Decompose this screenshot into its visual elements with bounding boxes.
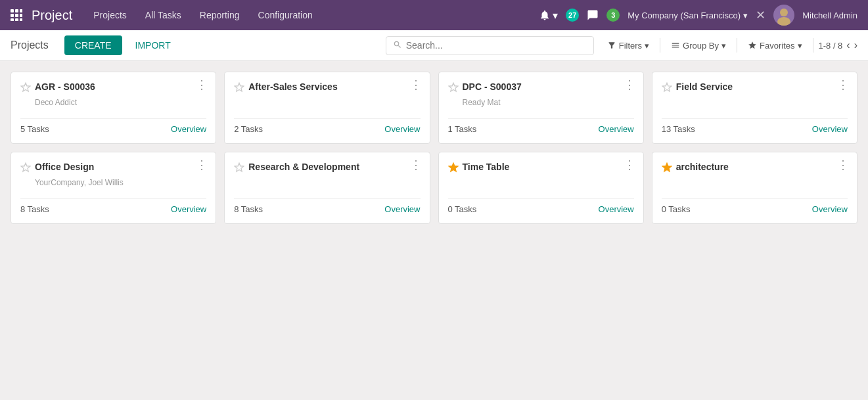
page-title: Projects [11,39,49,51]
search-input[interactable] [406,40,587,51]
notifications-button[interactable]: ▾ [539,9,558,22]
card-footer: 2 Tasks Overview [234,118,420,134]
project-card-architecture[interactable]: architecture ⋮ 0 Tasks Overview [652,152,857,224]
card-subtitle: Ready Mat [463,98,634,113]
task-count: 8 Tasks [234,204,263,214]
project-card-after-sales[interactable]: After-Sales Services ⋮ 2 Tasks Overview [224,72,430,144]
nav-right-controls: ▾ 27 3 My Company (San Francisco) ▾ ✕ Mi… [539,5,857,26]
nav-projects[interactable]: Projects [93,10,127,20]
task-count: 0 Tasks [662,204,691,214]
nav-links: Projects All Tasks Reporting Configurati… [93,10,539,20]
star-icon[interactable] [662,162,672,175]
toolbar: Projects CREATE IMPORT Filters ▾ Group B… [0,30,868,61]
card-header: AGR - S00036 ⋮ [20,81,206,95]
create-button[interactable]: CREATE [64,35,122,55]
svg-rect-3 [11,14,14,17]
overview-link[interactable]: Overview [171,204,206,214]
card-subtitle [676,178,848,193]
card-footer: 13 Tasks Overview [662,118,848,134]
page-next-button[interactable]: › [854,39,857,51]
app-title: Project [32,8,72,23]
task-count: 5 Tasks [20,124,49,134]
card-header: DPC - S00037 ⋮ [448,81,634,95]
card-menu-button[interactable]: ⋮ [622,79,637,91]
overview-link[interactable]: Overview [812,204,848,214]
card-header: After-Sales Services ⋮ [234,81,420,95]
overview-link[interactable]: Overview [599,124,634,134]
search-container [386,36,594,55]
project-card-field-service[interactable]: Field Service ⋮ 13 Tasks Overview [652,72,857,144]
filter-controls: Filters ▾ Group By ▾ Favorites ▾ 1-8 / 8… [602,37,857,54]
overview-link[interactable]: Overview [171,124,206,134]
card-menu-button[interactable]: ⋮ [836,79,850,91]
group-by-button[interactable]: Group By ▾ [666,37,731,54]
card-subtitle [463,178,634,193]
card-subtitle [248,178,420,193]
star-icon[interactable] [20,162,31,175]
filters-button[interactable]: Filters ▾ [602,37,654,54]
svg-rect-2 [20,9,22,12]
nav-all-tasks[interactable]: All Tasks [145,10,181,20]
overview-link[interactable]: Overview [599,204,634,214]
card-menu-button[interactable]: ⋮ [622,159,637,171]
project-card-time-table[interactable]: Time Table ⋮ 0 Tasks Overview [438,152,644,224]
card-footer: 0 Tasks Overview [448,198,634,214]
company-selector[interactable]: My Company (San Francisco) ▾ [628,11,748,20]
favorites-button[interactable]: Favorites ▾ [742,37,807,54]
star-icon[interactable] [448,82,459,95]
star-icon[interactable] [20,82,31,95]
card-menu-button[interactable]: ⋮ [409,159,423,171]
user-name: Mitchell Admin [802,11,857,20]
overview-link[interactable]: Overview [384,204,420,214]
overview-link[interactable]: Overview [812,124,848,134]
card-title: Research & Development [248,162,420,172]
card-title: DPC - S00037 [463,81,634,92]
card-header: Office Design ⋮ [20,162,206,175]
card-footer: 8 Tasks Overview [20,198,206,214]
search-icon [393,40,402,51]
nav-reporting[interactable]: Reporting [200,10,240,20]
page-prev-button[interactable]: ‹ [846,39,850,51]
top-navigation: Project Projects All Tasks Reporting Con… [0,0,868,30]
card-subtitle [676,98,848,113]
svg-point-10 [777,17,790,26]
overview-link[interactable]: Overview [384,124,420,134]
task-count: 8 Tasks [20,204,49,214]
card-menu-button[interactable]: ⋮ [836,159,850,171]
star-icon[interactable] [234,162,244,175]
close-icon[interactable]: ✕ [756,8,765,22]
card-menu-button[interactable]: ⋮ [194,159,209,171]
card-menu-button[interactable]: ⋮ [194,79,209,91]
svg-rect-7 [15,18,18,21]
content-area: AGR - S00036 ⋮ Deco Addict 5 Tasks Overv… [0,61,868,234]
svg-rect-6 [11,18,14,21]
card-title: After-Sales Services [248,81,420,92]
card-footer: 1 Tasks Overview [448,118,634,134]
card-header: Field Service ⋮ [662,81,848,95]
card-subtitle: Deco Addict [35,98,206,113]
messages-button[interactable] [587,9,599,21]
task-count: 13 Tasks [662,124,695,134]
card-menu-button[interactable]: ⋮ [409,79,423,91]
import-button[interactable]: IMPORT [130,35,176,55]
star-icon[interactable] [234,82,244,95]
notifications-badge: 27 [566,9,579,22]
card-header: Time Table ⋮ [448,162,634,175]
project-card-research[interactable]: Research & Development ⋮ 8 Tasks Overvie… [224,152,430,224]
project-card-agr[interactable]: AGR - S00036 ⋮ Deco Addict 5 Tasks Overv… [11,72,216,144]
nav-configuration[interactable]: Configuration [258,10,313,20]
card-title: Time Table [463,162,634,172]
card-title: Field Service [676,81,848,92]
card-subtitle: YourCompany, Joel Willis [35,178,206,193]
card-title: AGR - S00036 [35,81,206,92]
star-icon[interactable] [448,162,459,175]
project-card-office-design[interactable]: Office Design ⋮ YourCompany, Joel Willis… [11,152,216,224]
star-icon[interactable] [662,82,672,95]
project-card-dpc[interactable]: DPC - S00037 ⋮ Ready Mat 1 Tasks Overvie… [438,72,644,144]
svg-rect-1 [15,9,18,12]
card-subtitle [248,98,420,113]
user-avatar [773,5,794,26]
card-footer: 0 Tasks Overview [662,198,848,214]
grid-icon[interactable] [11,9,22,21]
card-header: Research & Development ⋮ [234,162,420,175]
